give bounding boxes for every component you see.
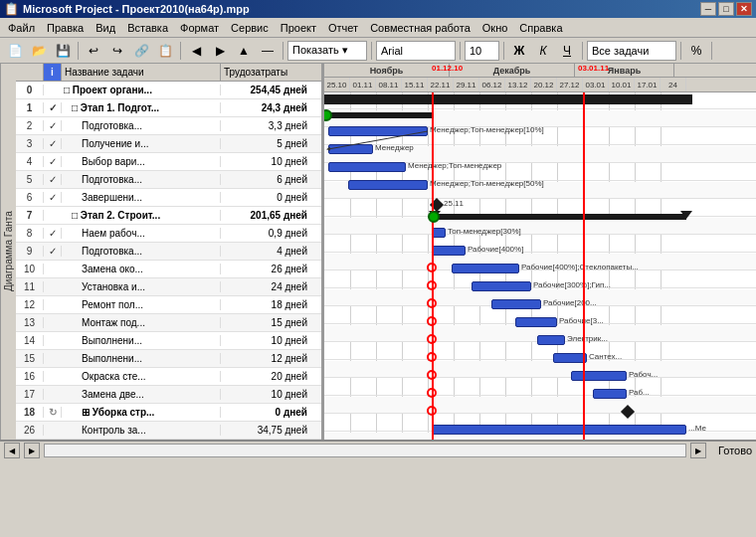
gantt-bar-row3 <box>328 144 373 154</box>
cell-check: ✓ <box>44 192 62 203</box>
menu-edit[interactable]: Правка <box>41 21 90 35</box>
separator7 <box>582 42 583 60</box>
cell-name: Контроль за... <box>62 425 221 436</box>
menu-service[interactable]: Сервис <box>225 21 275 35</box>
horizontal-scrollbar[interactable] <box>44 444 686 457</box>
maximize-button[interactable]: □ <box>718 2 734 16</box>
gantt-label-row17: Раб... <box>629 388 650 397</box>
table-body: 0□ Проект органи...254,45 дней1✓□ Этап 1… <box>16 82 321 440</box>
cell-work: 0 дней <box>221 192 310 203</box>
table-row: 15Выполнени...12 дней <box>16 350 321 368</box>
gantt-bar-row5 <box>348 180 428 190</box>
table-row: 9✓Подготовка...4 дней <box>16 243 321 261</box>
cell-work: 12 дней <box>221 353 310 364</box>
fontsize-dropdown[interactable]: 10 <box>465 41 499 61</box>
gantt-bar-row13 <box>515 317 557 327</box>
save-button[interactable]: 💾 <box>52 40 74 62</box>
show-dropdown[interactable]: Показать ▾ <box>287 41 367 61</box>
menu-report[interactable]: Отчет <box>322 21 364 35</box>
scroll-right-button[interactable]: ▶ <box>24 443 40 458</box>
undo-button[interactable]: ↩ <box>83 40 104 62</box>
gantt-bar-row17 <box>593 389 627 399</box>
cell-num: 2 <box>16 120 44 131</box>
scroll-right2-button[interactable]: ▶ <box>690 443 706 458</box>
italic-button[interactable]: К <box>532 40 554 62</box>
gantt-label-row3: Менеджер <box>375 143 414 152</box>
arrow-left[interactable]: ◀ <box>185 40 207 62</box>
table-row: 11Установка и...24 дней <box>16 278 321 296</box>
separator9 <box>711 42 712 60</box>
open-button[interactable]: 📂 <box>28 40 50 62</box>
gantt-label-row16: Рабоч... <box>629 370 658 379</box>
gantt-bar-row16 <box>571 371 627 381</box>
cell-name: Замена две... <box>62 389 221 400</box>
cell-work: 10 дней <box>221 335 310 346</box>
gantt-bar-row2 <box>328 126 428 136</box>
gantt-bar-row19 <box>432 425 686 435</box>
menu-format[interactable]: Формат <box>174 21 225 35</box>
arrow-right[interactable]: ▶ <box>209 40 231 62</box>
table-row: 18↻⊞ Уборка стр...0 дней <box>16 404 321 422</box>
bold-button[interactable]: Ж <box>508 40 530 62</box>
gantt-bar-row4 <box>328 162 406 172</box>
cell-check: ✓ <box>44 228 62 239</box>
cell-work: 10 дней <box>221 389 310 400</box>
gantt-days-row: 01.12.10 03.01.11 25.10 01.11 08.11 15.1… <box>324 78 756 91</box>
day-0612: 06.12 <box>479 78 505 91</box>
redo-button[interactable]: ↪ <box>106 40 128 62</box>
menu-collab[interactable]: Совместная работа <box>364 21 476 35</box>
cell-work: 26 дней <box>221 264 310 274</box>
cell-work: 18 дней <box>221 299 310 310</box>
cell-name: Установка и... <box>62 281 221 292</box>
menu-file[interactable]: Файл <box>2 21 41 35</box>
cell-num: 16 <box>16 371 44 382</box>
deadline-line1 <box>432 92 434 440</box>
gantt-bar-row10 <box>452 264 519 273</box>
gantt-bar-row15 <box>553 353 587 363</box>
cell-name: Получение и... <box>62 138 221 149</box>
window-title: Microsoft Project - Проект2010(на64р).mp… <box>23 3 250 15</box>
gantt-bar-row14 <box>537 335 565 345</box>
cell-name: Подготовка... <box>62 120 221 131</box>
percent-button[interactable]: % <box>685 40 707 62</box>
gantt-months-row: Ноябрь Декабрь Январь <box>324 64 756 78</box>
font-dropdown[interactable]: Arial <box>376 41 456 61</box>
month-dec: Декабрь <box>450 64 575 77</box>
underline-button[interactable]: Ч <box>556 40 578 62</box>
tasks-dropdown[interactable]: Все задачи <box>587 41 676 61</box>
cell-num: 13 <box>16 317 44 328</box>
gantt-label-row5: Менеджер;Топ-менеджер[50%] <box>430 179 544 188</box>
cell-work: 6 дней <box>221 174 310 185</box>
menu-window[interactable]: Окно <box>476 21 514 35</box>
cell-num: 4 <box>16 156 44 167</box>
gantt-bar-row1 <box>324 112 432 118</box>
gantt-bar-row0-summary <box>324 94 692 104</box>
arrow-dash[interactable]: — <box>257 40 279 62</box>
menu-insert[interactable]: Вставка <box>121 21 174 35</box>
table-row: 8✓Наем рабоч...0,9 дней <box>16 225 321 243</box>
gantt-label-row14: Электрик... <box>567 334 608 343</box>
cell-work: 3,3 дней <box>221 120 310 131</box>
col-info-header: i <box>44 64 62 81</box>
cell-work: 34,75 дней <box>221 425 310 436</box>
gantt-label-row8: Топ-менеджер[30%] <box>448 227 521 236</box>
info-icon: i <box>51 67 54 78</box>
cell-num: 7 <box>16 210 44 221</box>
menu-help[interactable]: Справка <box>513 21 568 35</box>
day-0811: 08.11 <box>376 78 402 91</box>
cell-work: 0,9 дней <box>221 228 310 239</box>
minimize-button[interactable]: ─ <box>700 2 716 16</box>
new-button[interactable]: 📄 <box>4 40 26 62</box>
separator8 <box>680 42 681 60</box>
col-work-header: Трудозатраты <box>221 64 310 81</box>
menu-project[interactable]: Проект <box>275 21 322 35</box>
cell-num: 9 <box>16 246 44 257</box>
arrow-up[interactable]: ▲ <box>233 40 255 62</box>
table-row: 5✓Подготовка...6 дней <box>16 171 321 189</box>
copy-button[interactable]: 📋 <box>154 40 176 62</box>
menu-view[interactable]: Вид <box>90 21 121 35</box>
close-button[interactable]: ✕ <box>736 2 752 16</box>
link-button[interactable]: 🔗 <box>130 40 152 62</box>
table-row: 13Монтаж под...15 дней <box>16 314 321 332</box>
scroll-left-button[interactable]: ◀ <box>4 443 20 458</box>
